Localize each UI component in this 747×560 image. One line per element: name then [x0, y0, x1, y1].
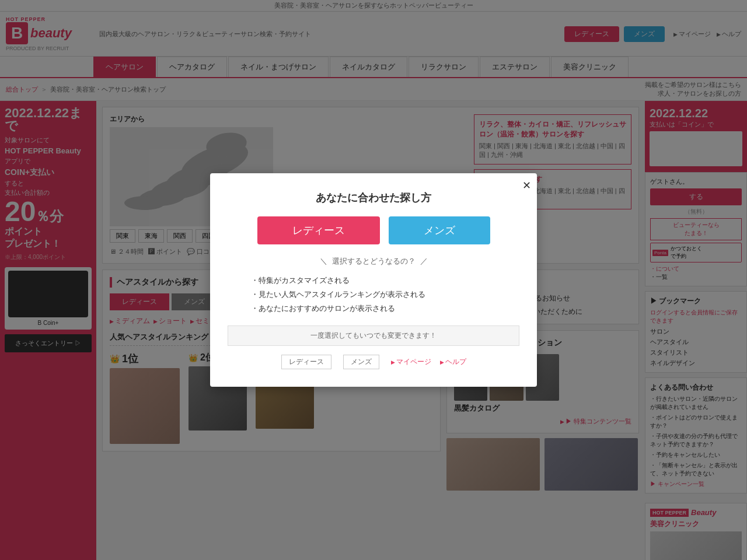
modal-features: 特集がカスタマイズされる 見たい人気ヘアスタイルランキングが表示される あなたに… [228, 275, 519, 314]
modal-btn-ladies[interactable]: レディース [257, 216, 380, 244]
modal-title: あなたに合わせた探し方 [228, 191, 519, 205]
modal-dialog: ✕ あなたに合わせた探し方 レディース メンズ 選択するとどうなるの？ 特集がカ… [210, 173, 537, 387]
modal-divider: 選択するとどうなるの？ [228, 256, 519, 267]
modal-footer-help[interactable]: ヘルプ [440, 357, 466, 367]
modal-overlay[interactable]: ✕ あなたに合わせた探し方 レディース メンズ 選択するとどうなるの？ 特集がカ… [0, 0, 747, 560]
modal-footer-mypage[interactable]: マイページ [391, 357, 431, 367]
modal-footer-links: マイページ ヘルプ [391, 357, 466, 367]
modal-close-btn[interactable]: ✕ [522, 179, 531, 192]
modal-feature-1: 特集がカスタマイズされる [251, 275, 496, 286]
modal-buttons: レディース メンズ [228, 216, 519, 244]
modal-footer-mens[interactable]: メンズ [343, 355, 379, 369]
modal-footer-ladies[interactable]: レディース [281, 355, 331, 369]
modal-feature-2: 見たい人気ヘアスタイルランキングが表示される [251, 289, 496, 300]
modal-btn-mens[interactable]: メンズ [389, 216, 490, 244]
modal-feature-3: あなたにおすすめのサロンが表示される [251, 303, 496, 314]
modal-footer: レディース メンズ マイページ ヘルプ [228, 355, 519, 369]
modal-notice: 一度選択してもいつでも変更できます！ [228, 326, 519, 346]
